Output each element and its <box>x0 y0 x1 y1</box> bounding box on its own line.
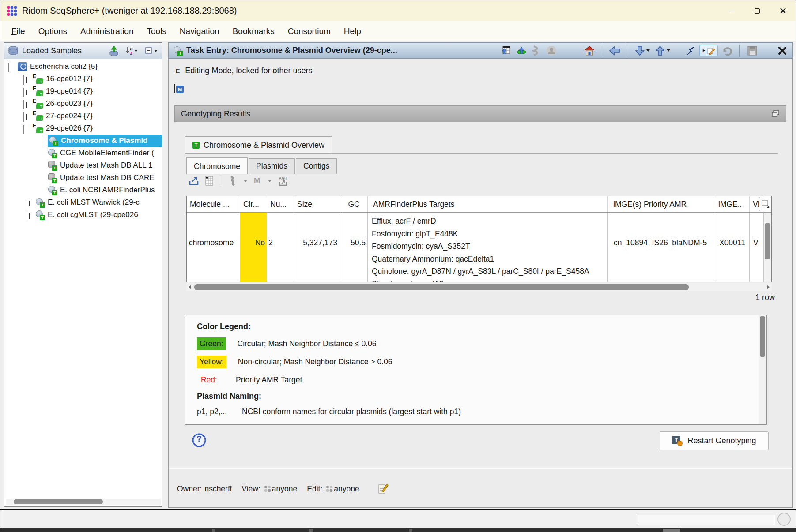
menu-consortium[interactable]: Consortium <box>283 24 336 39</box>
table-column-config-icon[interactable] <box>759 197 772 211</box>
table-row[interactable]: chromosome No 2 5,327,173 50.5 Efflux: a… <box>187 213 771 282</box>
task-entry-header: T Task Entry: Chromosome & Plasmid Overv… <box>168 42 793 59</box>
export-icon[interactable] <box>188 175 200 187</box>
menu-bookmarks[interactable]: Bookmarks <box>228 24 279 39</box>
col-header-circular[interactable]: Cir... <box>240 196 267 212</box>
cell-num: 2 <box>267 213 294 282</box>
legend-vertical-scrollbar[interactable] <box>759 315 766 424</box>
tree-item-task-entry-selected[interactable]: T Chromosome & Plasmid <box>4 135 162 147</box>
restart-genotyping-button[interactable]: T Restart Genotyping <box>660 431 769 450</box>
upload-database-icon[interactable] <box>516 45 527 56</box>
minimize-button[interactable] <box>719 0 744 21</box>
collapse-expander[interactable] <box>23 125 24 134</box>
sample-tree: Escherichia coli2 {5} ET 16-cpe012 {7} E… <box>4 60 162 497</box>
edit-mode-toggle[interactable]: E <box>699 45 718 56</box>
scroll-right-icon[interactable] <box>765 283 772 291</box>
edit-permissions-icon[interactable] <box>378 483 389 495</box>
expand-expander[interactable] <box>26 211 26 221</box>
person-icon[interactable] <box>546 45 557 56</box>
col-header-amr[interactable]: AMRFinderPlus Targets <box>368 196 608 212</box>
scrollbar-thumb[interactable] <box>765 223 770 259</box>
minimize-icon <box>729 11 735 11</box>
expand-expander[interactable] <box>23 88 24 97</box>
scrollbar-thumb[interactable] <box>194 284 689 290</box>
sidebar-horizontal-scrollbar[interactable] <box>6 499 161 505</box>
menu-file[interactable]: File <box>7 24 30 39</box>
tab-contigs[interactable]: Contigs <box>296 158 337 174</box>
collapse-all-icon[interactable] <box>143 45 158 56</box>
col-header-imge[interactable]: iMGE... <box>715 196 750 212</box>
tree-item-task-entry[interactable]: T Update test Mash DB ALL 1 <box>4 159 162 172</box>
editing-notice: Editing Mode, locked for other users <box>185 66 312 75</box>
menu-administration[interactable]: Administration <box>75 24 138 39</box>
tree-item-project[interactable]: Escherichia coli2 {5} <box>4 60 162 73</box>
tree-item-task-entry[interactable]: T E. coli NCBI AMRFinderPlus <box>4 184 162 196</box>
scrollbar-thumb[interactable] <box>760 316 765 357</box>
tab-chromosome[interactable]: Chromosome <box>186 157 248 174</box>
help-icon[interactable]: ? <box>192 433 207 448</box>
task-entry-title: Task Entry: Chromosome & Plasmid Overvie… <box>186 46 397 55</box>
tree-item-task-entry[interactable]: T Update test Mash DB CARE <box>4 172 162 184</box>
restore-panel-icon[interactable] <box>772 110 780 117</box>
expand-expander[interactable] <box>23 112 24 122</box>
table-vertical-scrollbar[interactable] <box>763 213 771 282</box>
tree-item-sample[interactable]: ET 27-cpe024 {7} <box>4 110 162 122</box>
tab-chromosome-plasmid-overview[interactable]: T Chromosome & Plasmid Overview <box>185 136 332 154</box>
tree-item-task-entry[interactable]: T CGE MobileElementFinder ( <box>4 147 162 159</box>
chromosome-view-icon[interactable] <box>227 175 238 187</box>
scroll-left-icon[interactable] <box>186 283 193 291</box>
tree-item-label: E. coli cgMLST (29-cpe026 <box>48 210 138 219</box>
mash-view-icon[interactable]: M <box>251 175 263 187</box>
menu-navigation[interactable]: Navigation <box>175 24 224 39</box>
overview-tab-label: Chromosome & Plasmid Overview <box>204 141 324 150</box>
close-button[interactable] <box>770 0 796 21</box>
sort-z-glyph: z <box>130 51 132 55</box>
view-value: anyone <box>272 484 297 494</box>
view-label: View: <box>241 484 260 494</box>
col-header-gc[interactable]: GC <box>340 196 368 212</box>
menu-tools[interactable]: Tools <box>142 24 171 39</box>
save-icon[interactable] <box>747 45 758 56</box>
tree-item-sample[interactable]: ET 26-cpe023 {7} <box>4 97 162 110</box>
editing-mode-row: E Editing Mode, locked for other users <box>176 66 313 75</box>
send-icon[interactable] <box>684 45 696 56</box>
tab-plasmids[interactable]: Plasmids <box>249 158 295 174</box>
chevron-down-icon[interactable] <box>244 180 247 182</box>
sample-icon: ET <box>33 74 43 84</box>
scrollbar-thumb[interactable] <box>14 499 103 504</box>
section-title: Genotyping Results <box>181 109 250 119</box>
sort-icon[interactable]: a z <box>123 45 140 56</box>
col-header-size[interactable]: Size <box>294 196 340 212</box>
col-header-imge-priority[interactable]: iMGE(s) Priority AMR <box>608 196 715 212</box>
expand-expander[interactable] <box>23 100 24 109</box>
task-entry-icon: T <box>173 46 183 55</box>
sequence-icon[interactable] <box>531 45 542 56</box>
tree-item-sample[interactable]: ET 16-cpe012 {7} <box>4 73 162 85</box>
tree-item-sample[interactable]: ET 29-cpe026 {7} <box>4 122 162 135</box>
navigate-down-icon[interactable] <box>634 45 651 56</box>
col-header-molecule[interactable]: Molecule ... <box>187 196 240 212</box>
col-header-num[interactable]: Nu... <box>267 196 294 212</box>
plasmid-naming-title: Plasmid Naming: <box>197 392 758 401</box>
sequence-export-icon[interactable]: AGT <box>275 175 290 187</box>
collapse-expander[interactable] <box>8 63 9 72</box>
back-icon[interactable] <box>609 45 620 56</box>
tree-item-task-entry[interactable]: T E. coli cgMLST (29-cpe026 <box>4 209 162 221</box>
upload-database-icon[interactable] <box>108 45 120 56</box>
expand-expander[interactable] <box>23 75 24 85</box>
expand-expander[interactable] <box>26 199 26 208</box>
undo-icon[interactable] <box>721 45 733 56</box>
column-settings-icon[interactable] <box>204 175 215 187</box>
table-horizontal-scrollbar[interactable] <box>186 283 772 291</box>
tree-item-sample[interactable]: ET 19-cpe014 {7} <box>4 85 162 97</box>
export-table-icon[interactable] <box>501 45 512 56</box>
menu-options[interactable]: Options <box>34 24 72 39</box>
chevron-down-icon[interactable] <box>268 180 272 182</box>
close-panel-icon[interactable] <box>777 45 788 56</box>
maximize-button[interactable] <box>744 0 770 21</box>
marker-m-icon[interactable]: M <box>174 84 185 94</box>
navigate-up-icon[interactable] <box>654 45 671 56</box>
menu-help[interactable]: Help <box>339 24 366 39</box>
home-icon[interactable] <box>584 45 595 56</box>
tree-item-task-entry[interactable]: T E. coli MLST Warwick (29-c <box>4 196 162 209</box>
